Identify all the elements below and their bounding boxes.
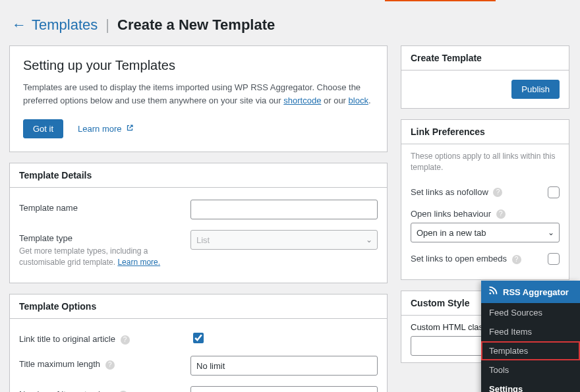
learn-more-link[interactable]: Learn more [78,124,133,134]
admin-submenu-head[interactable]: RSS Aggregator [481,281,580,303]
admin-submenu-item[interactable]: Feed Sources [481,303,580,322]
link-preferences-card: Link Preferences These options apply to … [401,119,569,280]
nofollow-label: Set links as nofollow [411,187,488,197]
link-preferences-note: These options apply to all links within … [411,151,560,173]
link-title-checkbox[interactable] [193,333,204,343]
create-template-header: Create Template [401,46,569,70]
num-items-input[interactable] [190,386,378,392]
rss-icon [488,286,498,298]
openlinks-label: Open links behaviour [411,209,491,219]
breadcrumb-separator: | [102,16,113,34]
help-icon[interactable]: ? [121,335,130,345]
embeds-checkbox[interactable] [548,253,560,265]
admin-submenu: RSS Aggregator Feed SourcesFeed ItemsTem… [481,281,580,392]
template-name-input[interactable] [190,200,378,219]
create-template-card: Create Template Publish [401,45,569,109]
template-options-header: Template Options [10,294,387,319]
template-type-hint: Get more template types, including a cus… [19,246,184,268]
admin-submenu-item[interactable]: Templates [481,341,580,360]
publish-button[interactable]: Publish [511,80,560,99]
num-items-label: Number of items to show [19,389,114,392]
admin-submenu-item[interactable]: Settings [481,379,580,392]
openlinks-select[interactable]: Open in a new tab [411,223,560,242]
help-icon[interactable]: ? [105,360,115,370]
link-title-label: Link title to original article [19,334,115,344]
breadcrumb-templates-link[interactable]: Templates [32,16,98,34]
help-icon[interactable]: ? [493,188,502,197]
link-preferences-header: Link Preferences [401,120,569,144]
block-link[interactable]: block [349,96,368,105]
help-icon[interactable]: ? [496,210,506,219]
shortcode-link[interactable]: shortcode [283,96,321,105]
embeds-label: Set links to open embeds [411,254,507,264]
admin-submenu-item[interactable]: Feed Items [481,322,580,341]
gotit-button[interactable]: Got it [23,119,63,138]
help-icon[interactable]: ? [512,255,521,264]
svg-point-0 [489,293,491,294]
top-accent [385,0,496,1]
admin-submenu-item[interactable]: Tools [481,360,580,379]
template-details-card: Template Details Template name Template … [9,163,388,283]
template-type-label: Template type [19,233,184,244]
back-arrow-icon[interactable]: ← [12,18,28,32]
title-max-input[interactable] [190,356,378,376]
template-type-select[interactable]: List [190,230,378,250]
template-name-label: Template name [19,200,184,214]
intro-title: Setting up your Templates [23,58,374,73]
breadcrumb: ← Templates | Create a New Template [9,2,569,45]
page-title: Create a New Template [117,16,275,34]
nofollow-checkbox[interactable] [548,186,560,198]
custom-html-class-label: Custom HTML class [411,322,488,332]
template-details-header: Template Details [10,163,387,188]
title-max-label: Title maximum length [19,359,100,369]
external-link-icon [126,124,134,134]
intro-text: Templates are used to display the items … [23,81,374,107]
template-options-card: Template Options Link title to original … [9,294,388,392]
intro-card: Setting up your Templates Templates are … [9,45,388,152]
template-type-learnmore-link[interactable]: Learn more. [117,258,160,267]
